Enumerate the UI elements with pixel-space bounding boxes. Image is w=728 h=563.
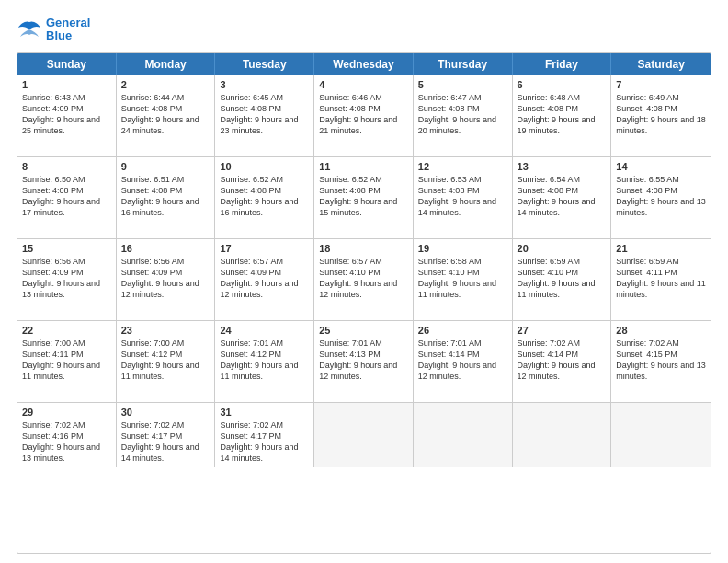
calendar-body: 1 Sunrise: 6:43 AM Sunset: 4:09 PM Dayli… <box>17 75 711 468</box>
calendar-day-23: 23 Sunrise: 7:00 AM Sunset: 4:12 PM Dayl… <box>117 321 216 402</box>
sunrise-line: Sunrise: 6:51 AM <box>121 174 210 185</box>
sunset-line: Sunset: 4:08 PM <box>418 185 507 196</box>
header: General Blue <box>17 17 711 43</box>
day-number: 25 <box>319 325 408 336</box>
day-number: 10 <box>220 161 309 172</box>
sunset-line: Sunset: 4:10 PM <box>418 267 507 278</box>
day-number: 11 <box>319 161 408 172</box>
calendar-day-29: 29 Sunrise: 7:02 AM Sunset: 4:16 PM Dayl… <box>17 403 117 468</box>
calendar-day-12: 12 Sunrise: 6:53 AM Sunset: 4:08 PM Dayl… <box>414 157 513 238</box>
sunrise-line: Sunrise: 7:01 AM <box>319 338 408 349</box>
calendar-empty-cell <box>414 403 513 468</box>
day-number: 17 <box>220 243 309 254</box>
daylight-line: Daylight: 9 hours and 14 minutes. <box>418 196 507 218</box>
calendar-day-27: 27 Sunrise: 7:02 AM Sunset: 4:14 PM Dayl… <box>513 321 612 402</box>
daylight-line: Daylight: 9 hours and 11 minutes. <box>418 278 507 300</box>
sunrise-line: Sunrise: 6:59 AM <box>616 256 706 267</box>
sunset-line: Sunset: 4:08 PM <box>121 185 210 196</box>
page: General Blue SundayMondayTuesdayWednesda… <box>0 0 728 563</box>
daylight-line: Daylight: 9 hours and 13 minutes. <box>616 360 706 382</box>
calendar-day-20: 20 Sunrise: 6:59 AM Sunset: 4:10 PM Dayl… <box>513 239 612 320</box>
day-number: 23 <box>121 325 210 336</box>
calendar-day-17: 17 Sunrise: 6:57 AM Sunset: 4:09 PM Dayl… <box>215 239 314 320</box>
day-number: 12 <box>418 161 507 172</box>
calendar-empty-cell <box>611 403 711 468</box>
calendar-day-11: 11 Sunrise: 6:52 AM Sunset: 4:08 PM Dayl… <box>314 157 414 238</box>
calendar-day-28: 28 Sunrise: 7:02 AM Sunset: 4:15 PM Dayl… <box>611 321 711 402</box>
calendar-week-1: 1 Sunrise: 6:43 AM Sunset: 4:09 PM Dayli… <box>17 75 711 156</box>
daylight-line: Daylight: 9 hours and 12 minutes. <box>220 278 309 300</box>
sunset-line: Sunset: 4:08 PM <box>418 103 507 114</box>
calendar-day-19: 19 Sunrise: 6:58 AM Sunset: 4:10 PM Dayl… <box>414 239 513 320</box>
sunrise-line: Sunrise: 6:49 AM <box>616 92 706 103</box>
sunset-line: Sunset: 4:17 PM <box>220 431 309 442</box>
logo: General Blue <box>17 17 90 43</box>
sunset-line: Sunset: 4:08 PM <box>518 103 607 114</box>
calendar-day-13: 13 Sunrise: 6:54 AM Sunset: 4:08 PM Dayl… <box>513 157 612 238</box>
sunset-line: Sunset: 4:16 PM <box>22 431 111 442</box>
daylight-line: Daylight: 9 hours and 12 minutes. <box>121 278 210 300</box>
calendar-empty-cell <box>314 403 414 468</box>
sunrise-line: Sunrise: 6:47 AM <box>418 92 507 103</box>
day-number: 18 <box>319 243 408 254</box>
sunset-line: Sunset: 4:10 PM <box>518 267 607 278</box>
daylight-line: Daylight: 9 hours and 19 minutes. <box>518 114 607 136</box>
day-number: 5 <box>418 79 507 90</box>
sunrise-line: Sunrise: 6:57 AM <box>319 256 408 267</box>
header-day-friday: Friday <box>513 53 612 75</box>
daylight-line: Daylight: 9 hours and 13 minutes. <box>22 442 111 464</box>
sunrise-line: Sunrise: 6:50 AM <box>22 174 111 185</box>
daylight-line: Daylight: 9 hours and 25 minutes. <box>22 114 111 136</box>
day-number: 2 <box>121 79 210 90</box>
day-number: 22 <box>22 325 111 336</box>
calendar-empty-cell <box>513 403 612 468</box>
sunrise-line: Sunrise: 6:55 AM <box>616 174 706 185</box>
daylight-line: Daylight: 9 hours and 13 minutes. <box>22 278 111 300</box>
daylight-line: Daylight: 9 hours and 11 minutes. <box>121 360 210 382</box>
day-number: 3 <box>220 79 309 90</box>
sunrise-line: Sunrise: 6:45 AM <box>220 92 309 103</box>
calendar-day-9: 9 Sunrise: 6:51 AM Sunset: 4:08 PM Dayli… <box>117 157 216 238</box>
sunset-line: Sunset: 4:13 PM <box>319 349 408 360</box>
calendar-header: SundayMondayTuesdayWednesdayThursdayFrid… <box>17 53 711 75</box>
daylight-line: Daylight: 9 hours and 21 minutes. <box>319 114 408 136</box>
sunset-line: Sunset: 4:09 PM <box>121 267 210 278</box>
calendar-week-5: 29 Sunrise: 7:02 AM Sunset: 4:16 PM Dayl… <box>17 402 711 468</box>
sunrise-line: Sunrise: 6:58 AM <box>418 256 507 267</box>
calendar-day-7: 7 Sunrise: 6:49 AM Sunset: 4:08 PM Dayli… <box>611 75 711 156</box>
sunset-line: Sunset: 4:08 PM <box>616 185 706 196</box>
daylight-line: Daylight: 9 hours and 12 minutes. <box>319 278 408 300</box>
sunrise-line: Sunrise: 6:48 AM <box>518 92 607 103</box>
sunrise-line: Sunrise: 6:52 AM <box>319 174 408 185</box>
sunrise-line: Sunrise: 7:02 AM <box>220 419 309 431</box>
calendar-day-25: 25 Sunrise: 7:01 AM Sunset: 4:13 PM Dayl… <box>314 321 414 402</box>
day-number: 19 <box>418 243 507 254</box>
daylight-line: Daylight: 9 hours and 14 minutes. <box>121 442 210 464</box>
sunrise-line: Sunrise: 7:02 AM <box>518 338 607 349</box>
day-number: 26 <box>418 325 507 336</box>
daylight-line: Daylight: 9 hours and 13 minutes. <box>616 196 706 218</box>
sunrise-line: Sunrise: 7:02 AM <box>121 419 210 431</box>
sunset-line: Sunset: 4:09 PM <box>22 267 111 278</box>
calendar-day-22: 22 Sunrise: 7:00 AM Sunset: 4:11 PM Dayl… <box>17 321 117 402</box>
calendar-day-6: 6 Sunrise: 6:48 AM Sunset: 4:08 PM Dayli… <box>513 75 612 156</box>
sunset-line: Sunset: 4:09 PM <box>220 267 309 278</box>
sunrise-line: Sunrise: 6:53 AM <box>418 174 507 185</box>
calendar-day-18: 18 Sunrise: 6:57 AM Sunset: 4:10 PM Dayl… <box>314 239 414 320</box>
sunrise-line: Sunrise: 6:56 AM <box>22 256 111 267</box>
daylight-line: Daylight: 9 hours and 11 minutes. <box>616 278 706 300</box>
daylight-line: Daylight: 9 hours and 18 minutes. <box>616 114 706 136</box>
calendar-day-2: 2 Sunrise: 6:44 AM Sunset: 4:08 PM Dayli… <box>117 75 216 156</box>
sunset-line: Sunset: 4:08 PM <box>220 185 309 196</box>
sunset-line: Sunset: 4:08 PM <box>319 103 408 114</box>
calendar-day-30: 30 Sunrise: 7:02 AM Sunset: 4:17 PM Dayl… <box>117 403 216 468</box>
daylight-line: Daylight: 9 hours and 23 minutes. <box>220 114 309 136</box>
sunset-line: Sunset: 4:15 PM <box>616 349 706 360</box>
day-number: 21 <box>616 243 706 254</box>
calendar: SundayMondayTuesdayWednesdayThursdayFrid… <box>17 52 711 554</box>
daylight-line: Daylight: 9 hours and 11 minutes. <box>518 278 607 300</box>
daylight-line: Daylight: 9 hours and 16 minutes. <box>121 196 210 218</box>
sunset-line: Sunset: 4:09 PM <box>22 103 111 114</box>
sunrise-line: Sunrise: 7:00 AM <box>22 338 111 349</box>
sunset-line: Sunset: 4:17 PM <box>121 431 210 442</box>
